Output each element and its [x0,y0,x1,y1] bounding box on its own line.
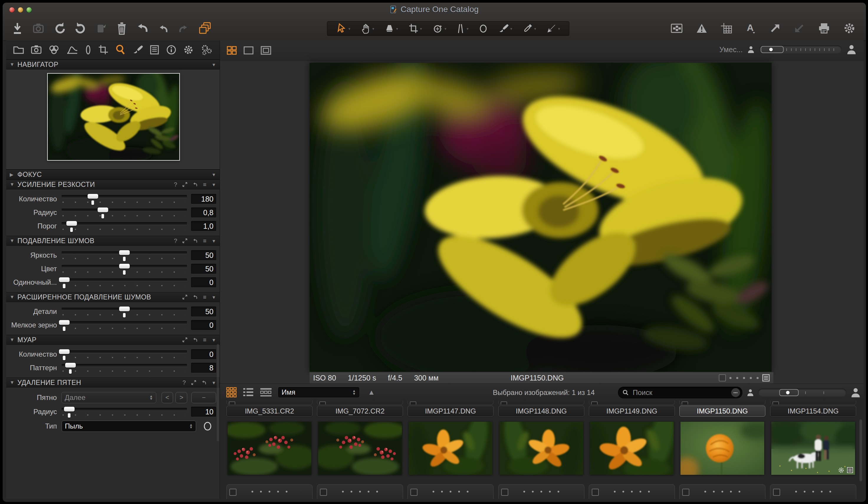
filename-label[interactable]: IMGP1149.DNG [589,406,675,417]
detach-panel-icon[interactable] [182,294,187,300]
rating-dots[interactable] [523,491,559,493]
slider-handle[interactable] [65,363,76,368]
thumb-size-handle[interactable] [786,391,789,395]
thumbnail-daylily-2[interactable] [499,422,583,475]
filename-label[interactable]: IMGP1147.DNG [407,406,494,417]
slider-handle[interactable] [66,221,77,226]
slider-value[interactable]: 0 [191,349,216,359]
slider-value[interactable]: 0,8 [191,208,216,218]
thumbnail-daylily-1[interactable] [409,422,492,475]
thumbnail-berries-2[interactable] [318,422,402,475]
previous-spot-button[interactable]: < [162,392,173,403]
spot-tool[interactable] [478,23,488,34]
slider-value[interactable]: 0 [191,320,216,330]
tab-exposure-curve-icon[interactable] [66,44,79,55]
exposure-warning-icon[interactable] [695,23,708,34]
panel-header-moire[interactable]: ▼ МУАР ≡ ▼ [6,335,220,345]
tool-submenu-arrow-icon[interactable]: ▾ [372,27,374,31]
spot-circle-icon[interactable] [203,422,212,431]
amount-slider[interactable] [62,193,187,205]
thumbnail-daylily-3[interactable] [590,422,674,475]
reset-panel-icon[interactable] [193,182,198,187]
navigator-preview[interactable] [47,73,180,161]
reset-panel-icon[interactable] [193,294,198,300]
sidebar-scrollbar[interactable] [217,344,219,441]
tab-details-magnifier-icon[interactable] [115,44,126,56]
rating-dots[interactable] [795,491,831,493]
panel-menu-triangle-icon[interactable]: ▼ [212,239,216,243]
panel-menu-triangle-icon[interactable]: ▼ [212,182,216,187]
apply-adjustments-tool[interactable]: ▾ [546,23,560,34]
search-options-button[interactable]: ••• [731,388,740,397]
filename-label[interactable]: IMGP1154.DNG [770,406,856,417]
select-checkbox[interactable] [410,401,416,405]
grid-icon[interactable] [720,22,733,34]
filmstrip-view-icon[interactable] [259,387,272,398]
rating-dots[interactable] [704,491,740,493]
spot-select[interactable]: Далее ▲▼ [61,392,156,403]
panel-header-sharpening[interactable]: ▼ УСИЛЕНИЕ РЕЗКОСТИ ? ≡ ▼ [6,179,220,189]
thumbnail-dogwalk[interactable] [771,422,855,475]
rating-dots[interactable] [614,491,650,493]
draw-mask-tool[interactable]: ▾ [498,23,513,34]
single-pixel-slider[interactable] [62,276,187,288]
delete-spot-button[interactable]: − [192,392,216,403]
sort-field[interactable]: Имя ▲▼ [278,387,360,398]
filename-label[interactable]: IMG_7072.CR2 [317,406,403,417]
moire-amount-slider[interactable] [62,348,187,360]
select-checkbox[interactable] [320,489,327,496]
step-down-icon[interactable]: ▼ [352,392,356,395]
pick-color-tool[interactable]: ▾ [522,23,536,34]
slider-value[interactable]: 8 [191,363,216,373]
print-icon[interactable] [818,22,830,34]
presets-menu-icon[interactable]: ≡ [203,181,206,188]
detach-panel-icon[interactable] [182,238,187,243]
slider-handle[interactable] [59,320,70,325]
straighten-tool[interactable]: ▾ [432,23,447,34]
annotations-icon[interactable]: A [745,22,757,34]
panel-menu-triangle-icon[interactable]: ▼ [212,172,216,177]
workspace-icon[interactable] [670,23,683,34]
panel-menu-triangle-icon[interactable]: ▼ [212,380,216,385]
select-checkbox[interactable] [773,401,779,405]
panel-menu-triangle-icon[interactable]: ▼ [212,63,216,67]
zoom-slider-handle[interactable] [769,48,773,51]
slider-value[interactable]: 1,0 [191,221,216,231]
reset-panel-icon[interactable] [193,238,198,243]
pattern-slider[interactable] [62,361,187,374]
slider-value[interactable]: 0 [191,277,216,287]
import-icon[interactable] [11,22,23,35]
help-icon[interactable]: ? [174,181,177,188]
luminance-slider[interactable] [62,249,187,261]
spot-type-select[interactable]: Пыль ▲▼ [62,421,196,432]
collapse-triangle-icon[interactable]: ▼ [10,337,18,343]
viewer-image[interactable] [310,63,772,372]
redo-icon[interactable] [178,22,189,34]
single-view-icon[interactable] [243,45,254,55]
undo-icon[interactable] [158,22,169,34]
fine-grain-slider[interactable] [62,319,187,331]
keystone-tool[interactable]: ▾ [456,23,468,34]
radius-slider[interactable] [62,206,187,219]
list-badge-icon[interactable] [762,374,770,382]
tab-composition-crop-icon[interactable] [97,44,109,55]
tab-lens-icon[interactable] [84,44,92,55]
sort-direction-icon[interactable]: ▲ [368,388,375,397]
select-checkbox[interactable] [591,401,598,405]
tool-submenu-arrow-icon[interactable]: ▾ [534,27,536,31]
pan-tool[interactable]: ▾ [360,23,374,34]
step-down-icon[interactable]: ▼ [149,398,153,400]
select-checkbox[interactable] [592,489,599,496]
collapsed-triangle-icon[interactable]: ▶ [10,172,18,177]
select-checkbox[interactable] [229,401,235,405]
filename-label-selected[interactable]: IMGP1150.DNG [679,406,765,417]
help-icon[interactable]: ? [183,380,186,386]
collapse-triangle-icon[interactable]: ▼ [10,182,18,187]
gear-icon[interactable] [843,22,856,35]
tool-submenu-arrow-icon[interactable]: ▾ [349,27,351,31]
tab-adjustments-brush-icon[interactable] [132,44,143,55]
slider-handle[interactable] [87,194,98,199]
browser-scrollbar[interactable] [859,419,862,481]
tab-metadata-icon[interactable] [149,44,160,55]
collapse-triangle-icon[interactable]: ▼ [10,380,18,385]
